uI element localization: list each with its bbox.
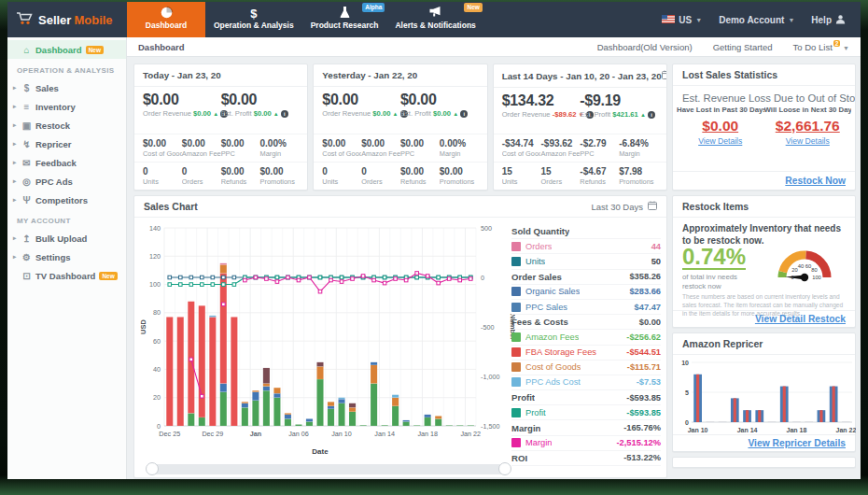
legend-item-cost-of-goods[interactable]: Cost of Goods-$115.71 <box>511 361 661 375</box>
legend-item-label: Profit <box>525 408 546 417</box>
sidebar-item-competitors[interactable]: ▸ΨCompetitors <box>7 191 126 209</box>
nav-tab-operation-analysis[interactable]: $Operation & Analysis <box>205 2 302 37</box>
chart-range-scrollbar[interactable] <box>149 464 508 474</box>
svg-text:Jan 14: Jan 14 <box>374 430 395 438</box>
info-icon[interactable]: i <box>648 111 655 119</box>
todo-list-link[interactable]: To Do List2 ▼ <box>793 42 849 52</box>
stat-cards-row: Today - Jan 23, 20$0.00Order Revenue $0.… <box>133 64 667 191</box>
stat-mini-label: Units <box>143 177 182 186</box>
legend-item-profit[interactable]: Profit-$593.85 <box>511 405 661 420</box>
legend-section-label: ROI <box>511 453 527 463</box>
chart-range-label[interactable]: Last 30 Days <box>592 202 643 212</box>
info-icon[interactable]: i <box>281 110 288 118</box>
legend-item-margin[interactable]: Margin-2,515.12% <box>511 436 661 451</box>
svg-text:40: 40 <box>798 263 804 269</box>
stat-card-title-text: Yesterday - Jan 22, 20 <box>322 70 417 80</box>
chevron-right-icon: ▸ <box>13 253 20 261</box>
legend-item-organic-sales[interactable]: Organic Sales$283.66 <box>511 285 661 300</box>
sidebar-item-sales[interactable]: ▸$Sales <box>7 78 126 97</box>
sidebar-item-label: Dashboard <box>35 45 82 55</box>
sales-chart-card: Sales Chart Last 30 Days 020406080100120… <box>133 195 667 478</box>
stat-mini: 0.00%Margin <box>259 138 299 158</box>
calendar-icon[interactable] <box>648 201 657 212</box>
old-version-link[interactable]: Dashboard(Old Version) <box>597 42 693 52</box>
sidebar-section-header: MY ACCOUNT <box>7 209 126 229</box>
stat-mini: $0.00Amazon Fees <box>182 138 221 158</box>
sidebar-item-repricer[interactable]: ▸↯Repricer <box>7 134 126 153</box>
view-repricer-details-link[interactable]: View Repricer Details <box>748 438 846 448</box>
calendar-icon[interactable] <box>662 70 666 81</box>
stat-card-fees-row: $0.00Cost of Goods$0.00Amazon Fees$0.00P… <box>134 134 307 163</box>
stat-mini-label: Cost of Goods <box>143 149 182 158</box>
legend-section-value: -165.76% <box>623 423 661 432</box>
svg-text:Dec 29: Dec 29 <box>202 430 223 438</box>
scrollbar-left-handle[interactable] <box>146 462 159 475</box>
upload-icon: ↥ <box>20 233 34 244</box>
brand-logo[interactable]: Seller Mobile <box>7 2 127 37</box>
legend-item-amazon-fees[interactable]: Amazon Fees-$256.62 <box>511 330 661 345</box>
legend-item-units[interactable]: Units50 <box>511 254 661 269</box>
big-stat: $134.32Order Revenue -$89.62 ▼ i <box>502 92 581 130</box>
legend-section-header: Fees & Costs$0.00 <box>511 315 661 330</box>
sidebar-item-settings[interactable]: ▸⚙Settings <box>7 248 126 266</box>
sidebar-item-dashboard[interactable]: ⌂DashboardNew <box>7 40 126 59</box>
svg-text:Jan 18: Jan 18 <box>787 427 807 433</box>
sidebar-item-inventory[interactable]: ▸≡Inventory <box>7 97 126 116</box>
badge-new: New <box>464 3 482 12</box>
gear-icon: ⚙ <box>20 252 34 262</box>
account-menu[interactable]: Demo Account▼ <box>719 15 794 25</box>
svg-text:5: 5 <box>685 389 689 396</box>
stat-mini-label: Margin <box>440 149 479 158</box>
stat-mini-value: $7.98 <box>619 166 658 177</box>
view-detail-restock-link[interactable]: View Detail Restock <box>755 314 846 324</box>
legend-item-label: PPC Ads Cost <box>525 377 581 387</box>
nav-tab-label: Operation & Analysis <box>214 21 294 34</box>
legend-item-ppc-ads-cost[interactable]: PPC Ads Cost-$7.53 <box>511 375 661 390</box>
stat-mini: 15Units <box>502 166 541 186</box>
stat-card-big-row: $0.00Order Revenue $0.00 ▲ i$0.00Est. Pr… <box>134 87 307 134</box>
trophy-icon: Ψ <box>20 195 34 205</box>
scrollbar-right-handle[interactable] <box>498 462 511 475</box>
stat-card-big-row: $0.00Order Revenue $0.00 ▲ i$0.00Est. Pr… <box>314 87 486 134</box>
svg-text:0: 0 <box>481 274 484 282</box>
sidebar-item-bulk-upload[interactable]: ▸↥Bulk Upload <box>7 229 126 248</box>
user-icon <box>835 14 846 26</box>
stat-mini-value: 15 <box>540 166 580 177</box>
big-stat: $0.00Order Revenue $0.00 ▲ i <box>322 92 400 130</box>
locale-selector[interactable]: US▼ <box>662 15 702 25</box>
stat-card-0: Today - Jan 23, 20$0.00Order Revenue $0.… <box>133 64 308 191</box>
legend-item-fba-storage-fees[interactable]: FBA Storage Fees-$544.51 <box>511 346 661 361</box>
getting-started-link[interactable]: Getting Started <box>713 42 773 52</box>
restock-now-link[interactable]: Restock Now <box>785 176 846 186</box>
help-link[interactable]: Help <box>811 14 846 26</box>
sidebar-item-restock[interactable]: ▸▣Restock <box>7 116 126 134</box>
nav-tab-alerts-notifications[interactable]: Alerts & NotificationsNew <box>386 2 483 37</box>
big-stat: -$9.19Est. Profit $421.61 ▲ i <box>580 92 658 130</box>
sidebar-item-ppc-ads[interactable]: ▸◎PPC Ads <box>7 172 126 191</box>
nav-tab-product-research[interactable]: Product ResearchAlpha <box>302 2 387 37</box>
view-details-link[interactable]: View Details <box>764 136 852 146</box>
legend-item-value: -2,515.12% <box>616 438 661 447</box>
big-stat-value: -$9.19 <box>580 92 658 109</box>
legend-item-orders[interactable]: Orders44 <box>511 239 661 254</box>
sidebar-item-tv-dashboard[interactable]: ⊡TV DashboardNew <box>7 266 126 285</box>
view-details-link[interactable]: View Details <box>677 136 764 146</box>
svg-text:40: 40 <box>153 365 161 374</box>
svg-text:Jan 10: Jan 10 <box>688 427 708 433</box>
dashboard-pie-icon <box>135 6 197 20</box>
svg-text:-1,500: -1,500 <box>481 422 499 431</box>
stat-mini-value: -$93.62 <box>540 138 580 148</box>
stat-mini-value: 0 <box>322 166 361 177</box>
restock-percent-sub: of total inv needs restock now <box>682 273 757 291</box>
sidebar-item-feedback[interactable]: ▸✉Feedback <box>7 153 126 172</box>
legend-swatch <box>511 438 521 447</box>
legend-item-ppc-sales[interactable]: PPC Sales$47.47 <box>511 300 661 315</box>
legend-item-value: 44 <box>651 242 661 251</box>
info-icon[interactable]: i <box>460 110 468 118</box>
nav-tab-dashboard[interactable]: Dashboard <box>127 2 205 37</box>
monitor-icon: ⊡ <box>20 271 34 281</box>
nav-tabs: Dashboard$Operation & AnalysisProduct Re… <box>127 2 484 37</box>
chevron-right-icon: ▸ <box>13 84 20 92</box>
legend-item-label: Margin <box>525 438 552 447</box>
stat-mini: 0Orders <box>361 166 400 186</box>
